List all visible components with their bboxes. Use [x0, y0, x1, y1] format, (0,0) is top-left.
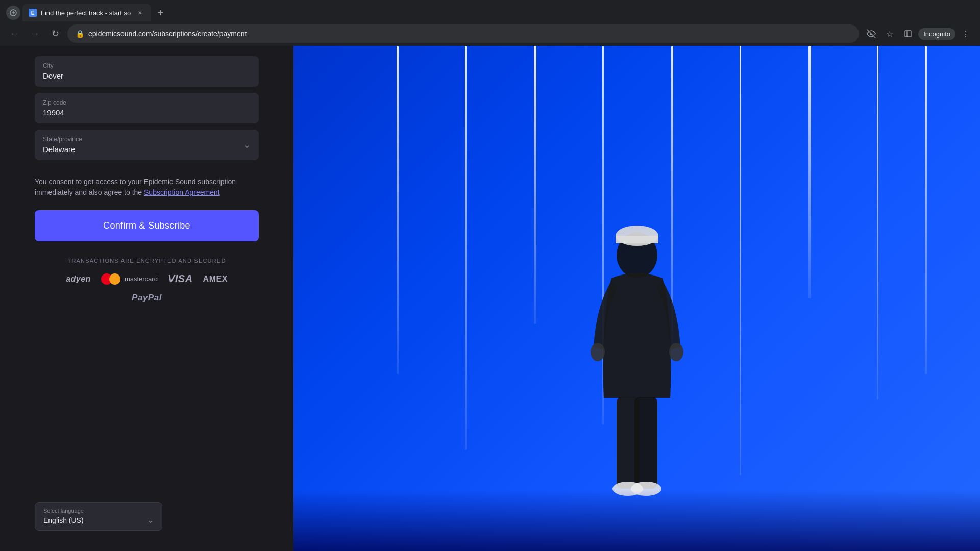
consent-text: You consent to get access to your Epidem…	[35, 177, 259, 198]
state-value: Delaware	[43, 145, 75, 154]
tab-close-button[interactable]: ×	[135, 8, 145, 18]
reload-button[interactable]: ↻	[47, 26, 63, 42]
city-label: City	[43, 62, 251, 69]
new-tab-button[interactable]: +	[153, 6, 167, 20]
language-dropdown-arrow: ⌄	[147, 515, 154, 525]
light-bar-3	[534, 46, 536, 324]
visa-logo: VISA	[168, 273, 193, 285]
right-panel	[293, 46, 980, 551]
left-panel: City Dover Zip code 19904 State/province…	[0, 46, 293, 551]
light-bar-1	[397, 46, 399, 374]
security-section: TRANSACTIONS ARE ENCRYPTED AND SECURED a…	[35, 258, 259, 303]
stage-floor	[293, 490, 980, 551]
zip-field[interactable]: Zip code 19904	[35, 93, 259, 123]
light-bar-6	[740, 46, 741, 475]
mastercard-text: mastercard	[125, 275, 158, 283]
star-icon[interactable]: ☆	[881, 26, 898, 42]
adyen-logo: adyen	[66, 274, 91, 284]
menu-button[interactable]: ⋮	[958, 26, 974, 42]
state-label: State/province	[43, 136, 243, 143]
mastercard-logo: mastercard	[101, 273, 158, 285]
active-tab[interactable]: E Find the perfect track - start so ×	[22, 4, 151, 21]
subscription-agreement-link[interactable]: Subscription Agreement	[144, 188, 220, 196]
language-value-row: English (US) ⌄	[43, 515, 154, 525]
tab-title: Find the perfect track - start so	[41, 9, 131, 17]
main-content: City Dover Zip code 19904 State/province…	[0, 46, 980, 551]
city-value: Dover	[43, 71, 63, 80]
address-bar-row: ← → ↻ 🔒 epidemicsound.com/subscriptions/…	[0, 21, 980, 46]
state-field-inner: State/province Delaware	[43, 136, 243, 154]
language-label: Select language	[43, 508, 154, 514]
svg-point-8	[669, 343, 683, 361]
light-bar-9	[925, 46, 927, 374]
payment-logos: adyen mastercard VISA AMEX	[35, 273, 259, 285]
eye-slash-icon[interactable]	[863, 26, 879, 42]
svg-rect-2	[905, 31, 911, 37]
svg-point-7	[591, 343, 605, 361]
language-selector: Select language English (US) ⌄	[35, 502, 162, 531]
confirm-subscribe-button[interactable]: Confirm & Subscribe	[35, 210, 259, 241]
paypal-row: PayPal	[35, 293, 259, 303]
tab-bar: E Find the perfect track - start so × +	[0, 0, 980, 21]
language-value: English (US)	[43, 516, 84, 524]
light-bar-7	[808, 46, 811, 298]
tab-group-button[interactable]	[6, 6, 20, 20]
svg-rect-10	[634, 397, 657, 489]
state-field[interactable]: State/province Delaware ⌄	[35, 130, 259, 160]
light-bar-8	[877, 46, 878, 399]
url-text: epidemicsound.com/subscriptions/create/p…	[88, 30, 851, 38]
mastercard-orange-circle	[109, 273, 120, 285]
paypal-logo: PayPal	[132, 293, 162, 303]
browser-chrome: E Find the perfect track - start so × + …	[0, 0, 980, 46]
back-button[interactable]: ←	[6, 26, 22, 42]
amex-logo: AMEX	[203, 274, 228, 284]
security-label: TRANSACTIONS ARE ENCRYPTED AND SECURED	[35, 258, 259, 264]
zip-label: Zip code	[43, 99, 251, 106]
zip-value: 19904	[43, 108, 64, 117]
incognito-badge[interactable]: Incognito	[918, 28, 955, 40]
window-icon[interactable]	[900, 26, 916, 42]
forward-button[interactable]: →	[27, 26, 43, 42]
city-field: City Dover	[35, 56, 259, 87]
tab-favicon: E	[29, 9, 37, 17]
browser-actions: ☆ Incognito ⋮	[863, 26, 974, 42]
svg-rect-6	[616, 236, 658, 243]
lock-icon: 🔒	[76, 30, 84, 38]
address-bar[interactable]: 🔒 epidemicsound.com/subscriptions/create…	[67, 24, 859, 43]
state-dropdown-arrow: ⌄	[243, 139, 251, 151]
language-dropdown[interactable]: Select language English (US) ⌄	[35, 502, 162, 531]
light-bar-2	[465, 46, 467, 450]
